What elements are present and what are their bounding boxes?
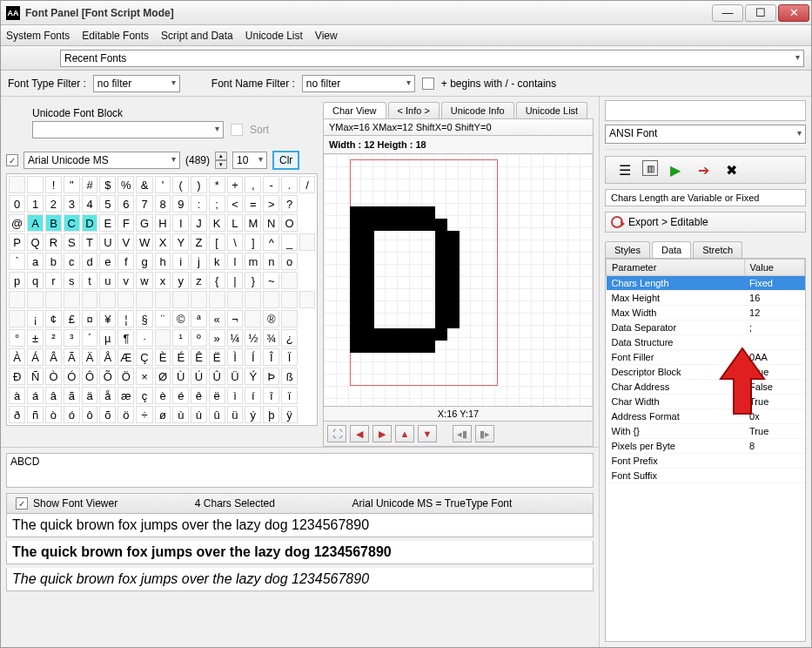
char-cell[interactable]: : xyxy=(191,195,207,213)
char-cell[interactable]: â xyxy=(45,387,62,404)
char-cell[interactable]: h xyxy=(155,253,171,270)
char-cell[interactable]: ¦ xyxy=(117,310,134,327)
param-row[interactable]: Char AddressFalse xyxy=(607,380,805,395)
char-cell[interactable]: G xyxy=(136,214,152,232)
char-cell[interactable] xyxy=(117,291,134,308)
char-cell[interactable]: ( xyxy=(172,176,189,193)
char-cell[interactable]: Á xyxy=(27,348,44,366)
char-cell[interactable] xyxy=(245,291,261,308)
char-cell[interactable]: A xyxy=(27,214,44,232)
char-cell[interactable]: e xyxy=(99,253,116,270)
char-cell[interactable]: ñ xyxy=(27,406,44,423)
char-cell[interactable]: Ü xyxy=(227,368,244,385)
char-cell[interactable]: 6 xyxy=(117,195,134,213)
minimize-button[interactable]: — xyxy=(712,4,743,22)
menu-icon[interactable]: ☰ xyxy=(614,160,635,179)
char-cell[interactable]: þ xyxy=(263,406,279,423)
font-enabled-checkbox[interactable]: ✓ xyxy=(6,154,18,166)
char-cell[interactable]: p xyxy=(9,272,25,289)
char-cell[interactable]: ´ xyxy=(82,329,98,347)
char-cell[interactable]: Æ xyxy=(117,348,134,366)
char-cell[interactable]: ) xyxy=(191,176,207,193)
char-cell[interactable]: ¼ xyxy=(227,329,244,347)
char-cell[interactable]: î xyxy=(263,387,279,404)
char-cell[interactable]: F xyxy=(117,214,134,232)
char-cell[interactable]: | xyxy=(227,272,244,289)
char-cell[interactable]: " xyxy=(64,176,80,193)
tools-icon[interactable]: ✖ xyxy=(721,160,742,179)
param-row[interactable]: Char WidthTrue xyxy=(607,395,805,409)
char-cell[interactable]: n xyxy=(263,253,279,270)
char-cell[interactable]: u xyxy=(99,272,116,289)
char-cell[interactable]: Í xyxy=(245,348,261,366)
char-cell[interactable]: D xyxy=(82,214,98,232)
char-cell[interactable]: Ó xyxy=(64,368,80,385)
param-row[interactable]: Font Prefix xyxy=(607,454,805,469)
param-row[interactable]: Descriptor BlockTrue xyxy=(607,365,805,380)
char-cell[interactable] xyxy=(191,291,207,308)
char-cell[interactable]: º xyxy=(191,329,207,347)
char-cell[interactable]: 8 xyxy=(155,195,171,213)
param-row[interactable]: Font Suffix xyxy=(607,469,805,483)
char-cell[interactable]: j xyxy=(191,253,207,270)
tab-unicode-list[interactable]: Unicode List xyxy=(516,102,588,118)
char-cell[interactable]: ô xyxy=(82,406,98,423)
char-cell[interactable]: ¤ xyxy=(82,310,98,327)
char-cell[interactable]: Ì xyxy=(227,348,244,366)
char-cell[interactable]: ï xyxy=(281,387,298,404)
tab-styles[interactable]: Styles xyxy=(605,241,650,258)
char-cell[interactable]: Ç xyxy=(136,348,152,366)
char-cell[interactable]: & xyxy=(136,176,152,193)
char-cell[interactable]: E xyxy=(99,214,116,232)
char-cell[interactable]: m xyxy=(245,253,261,270)
encoding-combo[interactable]: ANSI Font xyxy=(605,125,806,144)
play-icon[interactable]: ▶ xyxy=(665,160,686,179)
char-cell[interactable]: ÿ xyxy=(281,406,298,423)
char-cell[interactable]: = xyxy=(245,195,261,213)
char-cell[interactable]: É xyxy=(172,348,189,366)
sort-checkbox[interactable] xyxy=(231,124,243,136)
char-cell[interactable] xyxy=(45,291,62,308)
char-cell[interactable]: Ô xyxy=(82,368,98,385)
param-row[interactable]: Max Height16 xyxy=(607,291,805,306)
char-cell[interactable]: ¿ xyxy=(281,329,298,347)
char-cell[interactable] xyxy=(9,291,25,308)
char-cell[interactable]: Ø xyxy=(155,368,171,385)
char-cell[interactable]: Î xyxy=(263,348,279,366)
char-cell[interactable]: ½ xyxy=(245,329,261,347)
char-cell[interactable]: Þ xyxy=(263,368,279,385)
char-cell[interactable]: ² xyxy=(45,329,62,347)
param-header[interactable]: Parameter xyxy=(607,260,745,276)
char-cell[interactable]: y xyxy=(172,272,189,289)
char-cell[interactable]: ! xyxy=(45,176,62,193)
fit-button[interactable]: ⛶ xyxy=(327,425,346,442)
menu-view[interactable]: View xyxy=(315,30,338,42)
char-cell[interactable]: § xyxy=(136,310,152,327)
char-cell[interactable]: s xyxy=(64,272,80,289)
char-cell[interactable]: Ë xyxy=(209,348,225,366)
font-name-filter-combo[interactable]: no filter xyxy=(302,75,415,92)
char-cell[interactable]: ¹ xyxy=(172,329,189,347)
char-cell[interactable]: Ï xyxy=(281,348,298,366)
parameter-table[interactable]: ParameterValue Chars LengthFixedMax Heig… xyxy=(605,258,806,642)
char-cell[interactable]: < xyxy=(227,195,244,213)
font-size-combo[interactable]: 10 xyxy=(232,152,267,169)
char-cell[interactable] xyxy=(155,291,171,308)
char-cell[interactable]: g xyxy=(136,253,152,270)
char-cell[interactable]: H xyxy=(155,214,171,232)
char-cell[interactable]: 7 xyxy=(136,195,152,213)
prev-char-button[interactable]: ◂▮ xyxy=(453,425,472,442)
char-cell[interactable]: Ã xyxy=(64,348,80,366)
char-cell[interactable]: Å xyxy=(99,348,116,366)
glyph-canvas[interactable] xyxy=(323,154,594,407)
char-cell[interactable]: O xyxy=(281,214,298,232)
char-cell[interactable]: B xyxy=(45,214,62,232)
char-cell[interactable]: Z xyxy=(191,233,207,251)
column-icon[interactable]: ▥ xyxy=(642,160,658,176)
char-cell[interactable]: Y xyxy=(172,233,189,251)
char-cell[interactable]: » xyxy=(209,329,225,347)
char-cell[interactable]: Ú xyxy=(191,368,207,385)
char-cell[interactable]: ? xyxy=(281,195,298,213)
char-cell[interactable]: Ö xyxy=(117,368,134,385)
char-cell[interactable]: Ñ xyxy=(27,368,44,385)
